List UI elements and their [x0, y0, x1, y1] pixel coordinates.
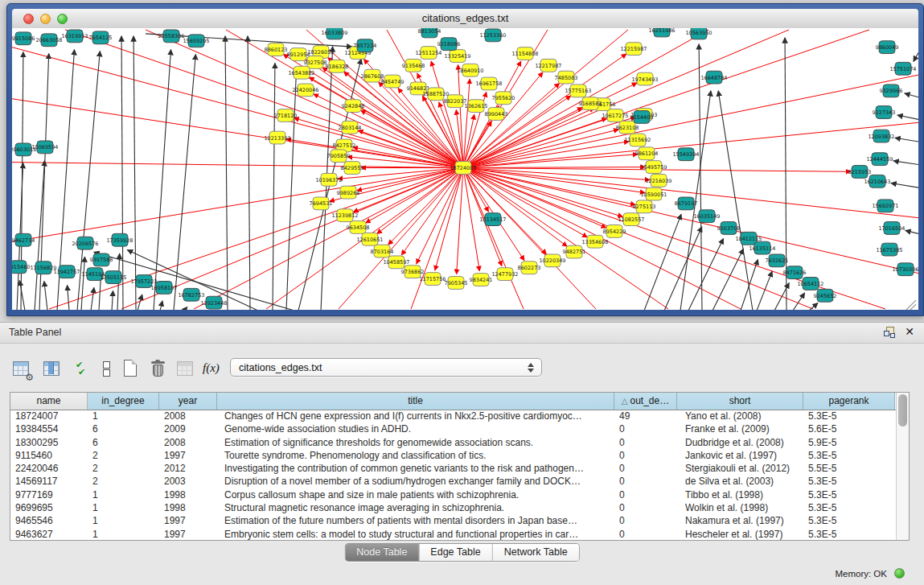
table-row[interactable]: 977716911998Corpus callosum shape and si… — [10, 488, 896, 501]
network-node[interactable]: 15775163 — [565, 84, 591, 97]
column-header-pagerank[interactable]: pagerank — [803, 393, 895, 410]
network-node[interactable]: 9203708 — [717, 222, 741, 235]
network-node[interactable]: 12444159 — [866, 153, 893, 166]
network-node[interactable]: 17016504 — [878, 222, 905, 235]
network-node[interactable]: 7905859 — [327, 150, 351, 163]
network-node[interactable]: 9168583 — [579, 97, 602, 110]
network-node[interactable]: 7694531 — [310, 197, 333, 210]
network-node[interactable]: 15495759 — [640, 161, 667, 174]
network-node[interactable]: 9462734 — [12, 233, 35, 246]
network-node[interactable]: 10220349 — [539, 254, 565, 267]
network-node[interactable]: 8703164 — [371, 245, 394, 257]
network-node[interactable]: 10196372 — [315, 173, 342, 186]
network-node[interactable]: 9218986 — [437, 38, 461, 51]
column-header-outde[interactable]: △out_de… — [614, 393, 677, 410]
table-row[interactable]: 2242004622012Investigating the contribut… — [10, 462, 896, 475]
network-node[interactable]: 11675385 — [876, 243, 902, 256]
network-node[interactable]: 9135468 — [402, 59, 425, 72]
table-selector-dropdown[interactable]: citations_edges.txt — [230, 358, 542, 377]
column-header-title[interactable]: title — [217, 393, 614, 410]
network-node[interactable]: 2803144 — [339, 121, 362, 134]
scrollbar-thumb[interactable] — [898, 394, 907, 426]
vertical-scrollbar[interactable] — [896, 393, 909, 540]
table-row[interactable]: 1456911722003Disruption of a novel membe… — [10, 475, 896, 488]
select-all-icon[interactable]: ✔✔ — [71, 359, 92, 380]
network-node[interactable]: 10654112 — [797, 278, 823, 290]
network-node[interactable]: 16961758 — [475, 77, 502, 90]
network-node[interactable]: 9860049 — [876, 41, 899, 54]
network-node[interactable]: 9861204 — [635, 147, 659, 160]
network-node[interactable]: 17359928 — [106, 233, 133, 246]
tab-node-table[interactable]: Node Table — [345, 544, 419, 561]
table-row[interactable]: 1872400712008Changes of HCN gene express… — [10, 410, 896, 422]
network-node[interactable]: 8679197 — [675, 197, 698, 210]
network-node[interactable]: 8860123 — [265, 43, 288, 56]
network-node[interactable]: 15549394 — [672, 148, 699, 161]
table-row[interactable]: 969969511998Structural magnetic resonanc… — [10, 501, 896, 514]
network-node[interactable]: 8215953 — [848, 166, 872, 179]
network-node[interactable]: 13942757 — [53, 266, 80, 278]
network-node[interactable]: 16035149 — [693, 210, 720, 223]
network-node[interactable]: 9482751 — [563, 245, 586, 258]
network-node[interactable]: 9834241 — [470, 274, 493, 286]
network-node[interactable]: 9227343 — [873, 106, 896, 119]
window-titlebar[interactable]: citations_edges.txt — [12, 9, 918, 29]
network-node[interactable]: 9915460 — [12, 261, 30, 274]
network-node[interactable]: 16648784 — [700, 71, 727, 84]
column-header-short[interactable]: short — [677, 393, 803, 410]
network-node[interactable]: 16251986 — [648, 28, 675, 37]
network-node[interactable]: 8186328 — [326, 60, 349, 72]
network-node[interactable]: 11082557 — [618, 213, 644, 226]
network-node[interactable]: 9329966 — [880, 84, 903, 97]
table-row[interactable]: 911546021997Tourette syndrome. Phenomeno… — [10, 449, 896, 462]
network-node[interactable]: 9275113 — [633, 200, 656, 213]
network-node[interactable]: 2718120 — [274, 109, 298, 122]
network-node[interactable]: 11154808 — [511, 47, 538, 60]
function-builder-icon[interactable]: f(x) — [203, 359, 224, 380]
network-node[interactable]: 7955620 — [492, 92, 515, 105]
network-node[interactable]: 13325419 — [444, 50, 470, 63]
network-node[interactable]: 8602273 — [518, 262, 541, 274]
network-node[interactable]: 8954229 — [603, 225, 626, 238]
network-node[interactable]: 11315692 — [624, 134, 651, 146]
network-node[interactable]: 16319913 — [61, 30, 88, 43]
float-panel-icon[interactable] — [884, 327, 895, 338]
network-node[interactable]: 8990443 — [485, 108, 508, 121]
network-node[interactable]: 7654125 — [89, 31, 113, 44]
select-column-icon[interactable] — [42, 359, 63, 380]
network-node[interactable]: 20206576 — [72, 237, 98, 249]
network-node[interactable]: 8454749 — [381, 75, 405, 88]
network-node[interactable]: 10730306 — [892, 263, 918, 276]
delete-column-icon[interactable] — [148, 359, 169, 380]
network-node[interactable]: 13354608 — [581, 235, 608, 248]
tab-edge-table[interactable]: Edge Table — [419, 544, 492, 561]
network-node[interactable]: 9989264 — [337, 186, 360, 199]
network-node[interactable]: 15751074 — [889, 62, 916, 75]
network-node[interactable]: 12216039 — [645, 174, 671, 187]
network-node[interactable]: 12093832 — [868, 130, 894, 142]
citation-network-graph[interactable]: 8860123891295418226058932750816543882818… — [12, 28, 918, 310]
network-node[interactable]: 9245652 — [814, 289, 837, 302]
network-node[interactable]: 7485083 — [555, 71, 578, 84]
table-settings-icon[interactable]: ⚙ — [11, 359, 32, 380]
network-canvas[interactable]: 8860123891295418226058932750816543882818… — [12, 28, 918, 310]
table-row[interactable]: 1830029562008Estimation of significance … — [10, 436, 896, 449]
new-column-icon[interactable] — [121, 359, 142, 380]
row-height-icon[interactable] — [97, 359, 117, 380]
table-row[interactable]: 1938455462009Genome-wide association stu… — [10, 422, 896, 435]
table-panel-header[interactable]: Table Panel ✕ — [0, 323, 924, 344]
network-node[interactable]: 12477932 — [491, 268, 518, 281]
network-node[interactable]: 10563950 — [685, 28, 712, 39]
network-node[interactable]: 8813054 — [418, 28, 441, 38]
network-node[interactable]: 7857224 — [354, 39, 377, 52]
network-node[interactable]: 16210643 — [864, 175, 890, 187]
network-node[interactable]: 8822037 — [444, 95, 467, 108]
network-node[interactable]: 12610651 — [356, 233, 383, 245]
network-node[interactable]: 20558306 — [158, 30, 184, 43]
network-node[interactable]: 7905345 — [445, 277, 468, 290]
network-node[interactable]: 9634508 — [347, 221, 370, 234]
network-node[interactable]: 18640910 — [457, 64, 483, 76]
network-node[interactable]: 12511254 — [415, 47, 441, 60]
table-row[interactable]: 946362711997Embryonic stem cells: a mode… — [10, 528, 896, 540]
network-node[interactable]: 20663058 — [35, 34, 62, 47]
